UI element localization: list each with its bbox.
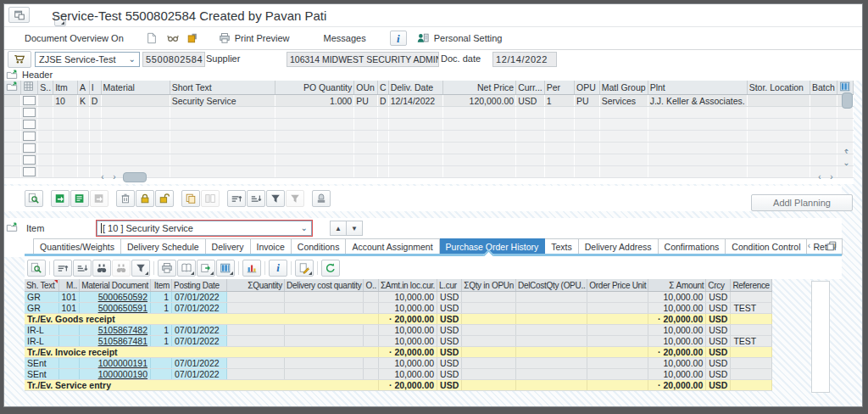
messages-button[interactable]: Messages [324,33,366,43]
column-header-order-price-unit[interactable]: Order Price Unit [587,279,648,292]
material-document-link[interactable]: 1000000191 [98,358,147,368]
column-header-amt-in-loc-cur[interactable]: ΣAmt.in loc.cur. [378,279,437,292]
expand-header-icon[interactable] [6,69,18,81]
column-header-sh-text[interactable]: Sh. Text [25,279,58,292]
column-header-reference[interactable]: Reference [731,279,771,292]
item-grid-scroll-down[interactable]: ⌄ [841,158,852,167]
material-document-link[interactable]: 5000650591 [98,303,147,313]
item-grid-scroll-right[interactable]: › [109,172,120,182]
column-header-a[interactable]: A [78,81,90,95]
item-cell[interactable]: 1 [544,95,574,107]
row-select-box[interactable] [23,96,36,105]
document-type-select[interactable]: ZJSE Service-Test ⌄ [35,52,140,67]
row-select-box[interactable] [23,120,36,129]
item-selector[interactable]: [ 10 ] Security Service ⌄ [97,221,312,236]
lock-item-button[interactable] [136,190,154,207]
insert-item-button[interactable] [51,190,70,207]
item-grid-vscroll-thumb[interactable] [842,92,853,109]
row-select-box[interactable] [23,155,36,165]
default-values-button[interactable] [312,190,331,207]
item-cell[interactable]: 1.000 [275,95,354,107]
row-select-box[interactable] [23,108,36,117]
column-header-o[interactable]: O.. [364,279,378,292]
filter-search-button[interactable] [25,190,43,207]
personal-setting-button[interactable]: Personal Setting [434,33,503,43]
item-cell[interactable] [101,95,170,107]
item-cell[interactable]: USD [516,95,545,107]
filter-button[interactable] [266,190,285,207]
column-header-per[interactable]: Per [544,81,574,95]
details-button[interactable] [27,260,46,277]
unlock-item-button[interactable] [155,190,174,207]
print-button[interactable] [158,260,176,277]
tab-quantities-weights[interactable]: Quantities/Weights [33,238,121,255]
system-menu-button[interactable] [8,7,30,23]
item-cell[interactable]: Security Service [170,95,275,107]
item-cell[interactable] [747,95,810,107]
export-button[interactable] [197,260,215,277]
column-header-material[interactable]: Material [101,81,170,95]
tab-delivery[interactable]: Delivery [206,238,251,255]
item-cell[interactable]: Services [599,95,648,107]
find-next-button[interactable] [112,260,131,277]
shopping-cart-button[interactable] [8,51,31,68]
tabs-scroll-right[interactable]: › [814,241,823,251]
move-item-button[interactable] [90,190,108,207]
column-header-net-price[interactable]: Net Price [442,81,515,95]
item-cell[interactable]: PU [574,95,599,107]
column-header-item[interactable]: Item [151,279,172,292]
item-grid-scroll-right2[interactable]: › [826,172,837,182]
item-cell[interactable]: 12/14/2022 [388,95,442,107]
item-cell[interactable]: K [78,95,90,107]
item-cell[interactable]: 10 [53,95,78,107]
item-cell[interactable]: J.J. Keller & Associates. [648,95,747,107]
item-cell[interactable]: D [378,95,389,107]
material-document-link[interactable]: 1000000190 [98,369,147,379]
collapse-item-overview[interactable] [4,81,21,95]
row-select-box[interactable] [23,143,36,153]
column-header-qty-in-opun[interactable]: ΣQty in OPUn [462,279,516,292]
column-header-batch[interactable]: Batch [810,81,837,95]
choose-layout-button[interactable] [216,260,235,277]
column-header-matl-group[interactable]: Matl Group [599,81,648,95]
column-header-material-document[interactable]: Material Document [80,279,151,292]
delete-item-button[interactable] [116,190,135,207]
item-cell[interactable]: D [89,95,101,107]
supplier-field[interactable]: 106314 MIDWEST SECURITY ADMINIS.. [287,52,439,67]
create-document-icon[interactable] [146,32,158,44]
item-grid-scroll-left[interactable]: ‹ [97,172,108,182]
addl-planning-button[interactable]: Addl Planning [751,194,853,211]
detach-tab-icon[interactable] [826,240,837,252]
copy-item-button[interactable] [181,190,200,207]
tab-texts[interactable]: Texts [545,238,579,255]
column-header-plnt[interactable]: Plnt [648,81,747,95]
print-preview-button[interactable]: Print Preview [235,33,290,43]
sort-descending-button[interactable] [73,260,92,277]
set-filter-button[interactable] [131,260,150,277]
column-header-deliv-date[interactable]: Deliv. Date [388,81,442,95]
tab-delivery-address[interactable]: Delivery Address [579,238,659,255]
document-number-field[interactable]: 5500802584 [142,52,205,67]
column-header-quantity[interactable]: ΣQuantity [227,279,285,292]
item-grid-hscroll-thumb[interactable] [123,172,147,182]
column-header-curr[interactable]: Curr... [516,81,545,95]
info-button[interactable]: i [390,31,407,46]
row-select-box[interactable] [23,131,36,141]
tab-invoice[interactable]: Invoice [251,238,292,255]
previous-item-button[interactable]: ▲ [330,221,347,236]
refresh-button[interactable] [321,260,340,277]
item-cell[interactable] [4,95,21,107]
info-button[interactable]: i [269,260,287,277]
history-vscroll-track[interactable] [811,281,830,393]
column-header-l-cur[interactable]: L.cur [437,279,462,292]
column-header-short-text[interactable]: Short Text [170,81,275,95]
column-header-s[interactable]: S.. [38,81,53,95]
hold-document-icon[interactable] [186,32,198,44]
next-item-button[interactable]: ▼ [346,221,363,236]
column-header-po-quantity[interactable]: PO Quantity [275,81,354,95]
tab-condition-control[interactable]: Condition Control [726,238,807,255]
column-header-posting-date[interactable]: Posting Date [172,279,227,292]
item-grid-scroll-up[interactable]: ⌃ [841,148,852,157]
tab-delivery-schedule[interactable]: Delivery Schedule [121,238,206,255]
column-header-crcy[interactable]: Crcy [706,279,731,292]
